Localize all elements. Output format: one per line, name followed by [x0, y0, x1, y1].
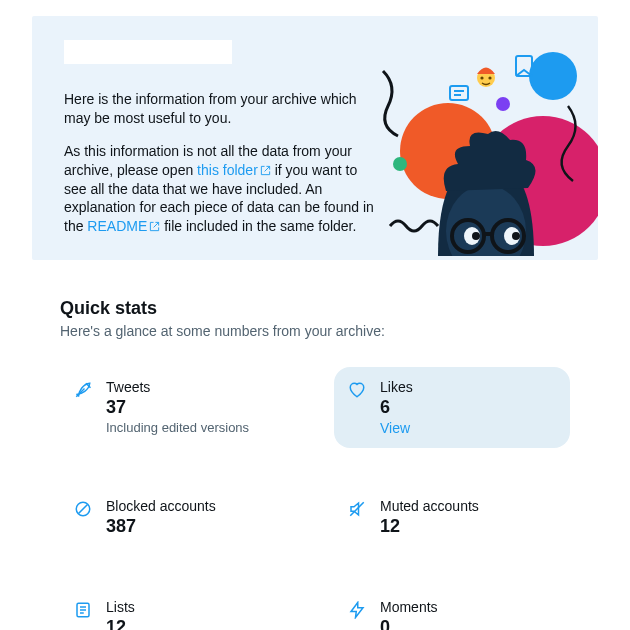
- quick-stats-title: Quick stats: [60, 298, 570, 319]
- stat-label: Lists: [106, 599, 135, 615]
- svg-line-22: [79, 505, 88, 514]
- hero-text: Here is the information from your archiv…: [64, 90, 374, 260]
- stat-value: 37: [106, 397, 249, 418]
- list-icon: [74, 601, 92, 630]
- stat-label: Moments: [380, 599, 438, 615]
- hero-title-placeholder: [64, 40, 232, 64]
- hero-illustration: [368, 16, 598, 260]
- stat-value: 6: [380, 397, 413, 418]
- svg-point-4: [393, 157, 407, 171]
- stat-label: Likes: [380, 379, 413, 395]
- hero-paragraph-1: Here is the information from your archiv…: [64, 90, 374, 128]
- svg-point-2: [529, 52, 577, 100]
- external-link-icon: [149, 221, 160, 232]
- lightning-icon: [348, 601, 366, 630]
- feather-icon: [74, 381, 92, 436]
- stat-label: Muted accounts: [380, 498, 479, 514]
- svg-rect-6: [450, 86, 468, 100]
- stat-muted: Muted accounts 12: [334, 486, 570, 549]
- svg-point-19: [512, 232, 520, 240]
- mute-icon: [348, 500, 366, 537]
- stat-label: Tweets: [106, 379, 249, 395]
- stat-lists: Lists 12: [60, 587, 296, 630]
- stat-likes[interactable]: Likes 6 View: [334, 367, 570, 448]
- readme-link[interactable]: README: [87, 218, 160, 234]
- stats-grid: Tweets 37 Including edited versions Like…: [60, 367, 570, 630]
- svg-point-11: [488, 76, 491, 79]
- stat-value: 12: [380, 516, 479, 537]
- stat-tweets: Tweets 37 Including edited versions: [60, 367, 296, 448]
- stat-blocked: Blocked accounts 387: [60, 486, 296, 549]
- stat-view-link[interactable]: View: [380, 420, 413, 436]
- svg-point-3: [496, 97, 510, 111]
- quick-stats-section: Quick stats Here's a glance at some numb…: [0, 260, 630, 630]
- stat-moments: Moments 0: [334, 587, 570, 630]
- svg-point-18: [472, 232, 480, 240]
- stat-note: Including edited versions: [106, 420, 249, 435]
- hero-panel: Here is the information from your archiv…: [32, 16, 598, 260]
- external-link-icon: [260, 165, 271, 176]
- hero-paragraph-2: As this information is not all the data …: [64, 142, 374, 236]
- svg-point-10: [480, 76, 483, 79]
- heart-icon: [348, 381, 366, 436]
- stat-value: 0: [380, 617, 438, 630]
- stat-label: Blocked accounts: [106, 498, 216, 514]
- quick-stats-subtitle: Here's a glance at some numbers from you…: [60, 323, 570, 339]
- this-folder-link[interactable]: this folder: [197, 162, 271, 178]
- stat-value: 387: [106, 516, 216, 537]
- stat-value: 12: [106, 617, 135, 630]
- block-icon: [74, 500, 92, 537]
